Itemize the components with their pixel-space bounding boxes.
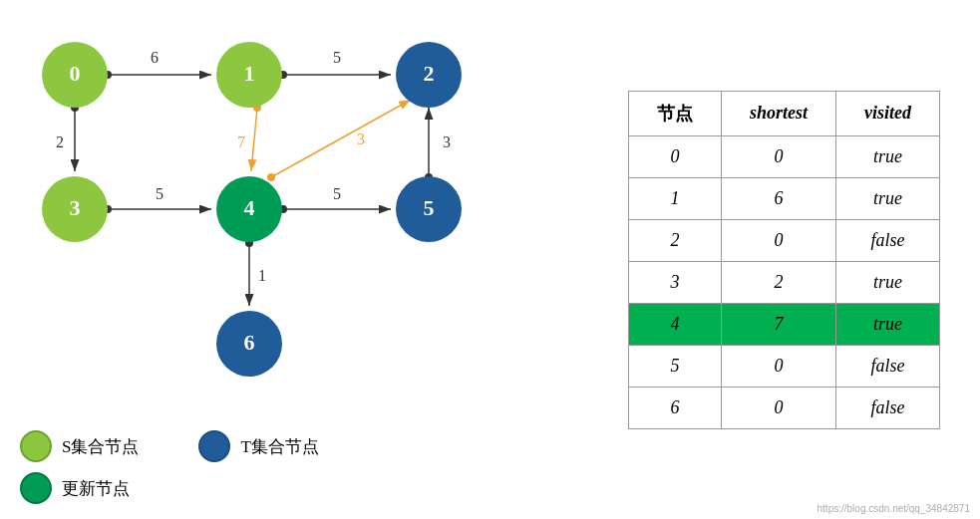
cell-visited: false (836, 219, 940, 261)
cell-shortest: 0 (721, 345, 835, 387)
edge-label-0-3: 2 (56, 133, 64, 150)
table-header-row: 节点 shortest visited (628, 91, 939, 135)
edge-label-3-4: 5 (156, 185, 163, 202)
legend: S集合节点 T集合节点 更新节点 (20, 430, 319, 504)
table-row: 50false (628, 345, 939, 387)
edge-label-1-2: 5 (333, 49, 341, 66)
cell-node: 1 (628, 177, 721, 219)
cell-node: 2 (628, 219, 721, 261)
cell-shortest: 0 (721, 387, 835, 428)
graph-svg: 6 2 5 7 5 5 3 3 1 (0, 0, 588, 428)
table-row: 60false (628, 387, 939, 428)
cell-node: 5 (628, 345, 721, 387)
legend-label-t: T集合节点 (240, 435, 318, 458)
legend-circle-t (198, 430, 230, 462)
node-6-label: 6 (244, 330, 255, 355)
legend-row-s: S集合节点 T集合节点 (20, 430, 319, 462)
node-4-label: 4 (244, 195, 255, 220)
cell-shortest: 7 (721, 303, 835, 345)
edge-label-4-2: 3 (357, 130, 365, 147)
cell-visited: true (836, 177, 940, 219)
cell-visited: false (836, 387, 940, 428)
edge-label-4-5: 5 (333, 185, 341, 202)
col-visited: visited (836, 91, 940, 135)
node-5-label: 5 (424, 195, 435, 220)
cell-visited: false (836, 345, 940, 387)
watermark: https://blog.csdn.net/qq_34842871 (817, 503, 970, 514)
table-row: 16true (628, 177, 939, 219)
edge-label-0-1: 6 (151, 49, 159, 66)
legend-circle-update (20, 472, 52, 504)
cell-shortest: 0 (721, 135, 835, 177)
cell-visited: true (836, 261, 940, 303)
node-2-label: 2 (424, 61, 435, 86)
table-area: 节点 shortest visited 00true16true20false3… (588, 0, 980, 519)
cell-node: 4 (628, 303, 721, 345)
edge-label-4-6: 1 (258, 267, 266, 284)
table-row: 47true (628, 303, 939, 345)
cell-node: 6 (628, 387, 721, 428)
edge-label-1-4: 7 (237, 133, 245, 150)
node-1-label: 1 (244, 61, 255, 86)
legend-row-update: 更新节点 (20, 472, 319, 504)
cell-visited: true (836, 135, 940, 177)
cell-shortest: 2 (721, 261, 835, 303)
svg-line-8 (251, 108, 257, 171)
legend-label-s: S集合节点 (62, 435, 139, 458)
edge-label-5-2: 3 (443, 133, 451, 150)
data-table: 节点 shortest visited 00true16true20false3… (628, 91, 940, 429)
table-row: 20false (628, 219, 939, 261)
table-row: 32true (628, 261, 939, 303)
table-row: 00true (628, 135, 939, 177)
svg-line-14 (271, 100, 411, 177)
cell-shortest: 6 (721, 177, 835, 219)
node-3-label: 3 (70, 195, 81, 220)
cell-node: 0 (628, 135, 721, 177)
cell-node: 3 (628, 261, 721, 303)
node-0-label: 0 (70, 61, 81, 86)
col-shortest: shortest (721, 91, 835, 135)
graph-area: 6 2 5 7 5 5 3 3 1 (0, 0, 588, 519)
svg-point-15 (267, 173, 275, 181)
legend-label-update: 更新节点 (62, 477, 130, 500)
col-node: 节点 (628, 91, 721, 135)
cell-shortest: 0 (721, 219, 835, 261)
cell-visited: true (836, 303, 940, 345)
legend-circle-s (20, 430, 52, 462)
